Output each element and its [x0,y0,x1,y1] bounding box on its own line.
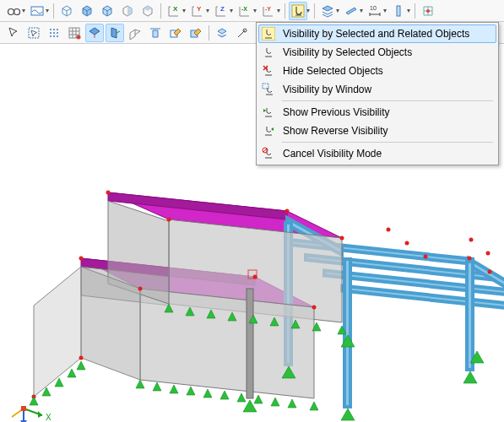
dropdown-arrow-icon[interactable]: ▾ [277,7,280,14]
visibility-menu: Visibility by Selected and Related Objec… [256,22,499,165]
microscope-x-icon [261,63,276,78]
dropdown-arrow-icon[interactable]: ▾ [253,7,257,14]
toolbar-separator [285,3,285,19]
wire-cube-icon[interactable] [57,2,76,20]
svg-point-61 [488,270,492,274]
plane-yz-icon[interactable] [106,24,124,42]
svg-point-53 [285,209,290,214]
dropdown-arrow-icon[interactable]: ▾ [306,7,310,14]
grid-alt-icon[interactable] [65,24,84,42]
column-icon[interactable] [389,2,408,20]
menu-item-show-previous[interactable]: Show Previous Visibility [258,103,496,122]
svg-point-19 [50,35,51,37]
menu-separator [282,142,493,143]
svg-marker-93 [77,361,85,370]
dropdown-arrow-icon[interactable]: ▾ [336,7,339,14]
svg-point-55 [167,218,171,222]
wave-display-icon[interactable] [28,2,46,20]
axis-z-icon[interactable]: Z [212,2,230,20]
dropdown-arrow-icon[interactable]: ▾ [360,7,363,14]
toolbar-separator [53,3,54,19]
layer-icon[interactable] [213,24,231,42]
microscope-rev-icon [261,123,276,138]
microscope-prev-icon [261,105,276,120]
mesh-config-icon[interactable] [419,2,437,20]
dropdown-arrow-icon[interactable]: ▾ [383,7,387,14]
svg-rect-50 [247,289,253,398]
axis-neg-x-icon[interactable]: -X [236,2,254,20]
toolbar-separator [415,3,415,19]
svg-rect-27 [262,27,275,41]
layer-stack-icon[interactable] [318,2,337,20]
axis-y-icon[interactable]: Y [188,2,207,20]
degree-icon[interactable] [233,24,252,42]
svg-marker-91 [55,378,63,387]
menu-item-label: Visibility by Selected and Related Objec… [283,28,469,40]
offset-10-icon[interactable]: 10 [366,2,384,20]
plane-xz-icon[interactable] [126,24,144,42]
svg-marker-74 [220,391,229,399]
toolbar-separator [160,3,161,19]
visibility-microscope-icon[interactable] [289,2,307,20]
svg-text:X: X [46,413,51,422]
dropdown-arrow-icon[interactable]: ▾ [206,7,209,14]
svg-point-66 [424,255,428,259]
svg-marker-76 [254,395,263,403]
svg-point-57 [253,275,257,279]
svg-marker-75 [237,393,246,402]
align-top-icon[interactable] [146,24,165,42]
axis-neg-y-icon[interactable]: -Y [259,2,278,20]
menu-separator [282,100,493,101]
svg-point-16 [50,32,51,34]
menu-item-visibility-window[interactable]: Visibility by Window [258,80,496,99]
svg-point-14 [53,29,55,30]
plane-icon[interactable] [342,2,360,20]
svg-marker-77 [271,398,279,406]
select-arrow-icon[interactable] [4,24,23,42]
menu-item-visibility-selected[interactable]: Visibility by Selected Objects [258,43,496,62]
svg-rect-10 [397,6,400,16]
dropdown-arrow-icon[interactable]: ▾ [230,7,233,14]
dropdown-arrow-icon[interactable]: ▾ [22,7,25,14]
svg-marker-79 [310,402,318,410]
solid-cube-alt-icon[interactable] [98,2,117,20]
svg-point-65 [405,241,409,246]
svg-point-68 [79,356,84,360]
svg-point-52 [106,191,111,195]
svg-marker-70 [153,382,161,391]
menu-item-visibility-selected-related[interactable]: Visibility by Selected and Related Objec… [258,24,496,43]
svg-marker-72 [187,387,195,395]
svg-marker-89 [30,397,38,405]
svg-point-1 [14,8,20,14]
svg-text:-X: -X [241,6,247,12]
menu-item-label: Visibility by Window [283,84,371,95]
glasses-icon[interactable] [4,2,23,20]
svg-marker-69 [136,380,144,388]
plane-xy-icon[interactable] [85,24,104,42]
microscope-window-icon [261,82,276,97]
menu-item-hide-selected[interactable]: Hide Selected Objects [258,62,496,80]
axis-x-icon[interactable]: X [165,2,183,20]
svg-marker-78 [288,399,296,408]
cube-side1-icon[interactable] [118,2,137,20]
svg-point-13 [50,29,51,30]
cube-side2-icon[interactable] [138,2,157,20]
svg-point-15 [57,29,58,30]
dropdown-arrow-icon[interactable]: ▾ [407,7,410,14]
menu-item-cancel-visibility[interactable]: Cancel Visibility Mode [258,144,496,163]
microscope-box-icon [261,26,276,41]
dropdown-arrow-icon[interactable]: ▾ [46,7,49,14]
svg-marker-71 [170,385,178,393]
pencil-icon[interactable] [187,24,205,42]
microscope-cancel-icon [261,146,276,161]
node-edit-icon[interactable] [166,24,185,42]
menu-item-label: Show Reverse Visibility [283,125,388,137]
menu-item-show-reverse[interactable]: Show Reverse Visibility [258,122,496,140]
window-select-icon[interactable] [24,24,43,42]
svg-text:Y: Y [197,5,202,13]
svg-point-11 [426,9,430,13]
dropdown-arrow-icon[interactable]: ▾ [182,7,186,14]
solid-cube-icon[interactable] [78,2,96,20]
svg-marker-96 [463,371,477,383]
grid-dots-icon[interactable] [45,24,63,42]
